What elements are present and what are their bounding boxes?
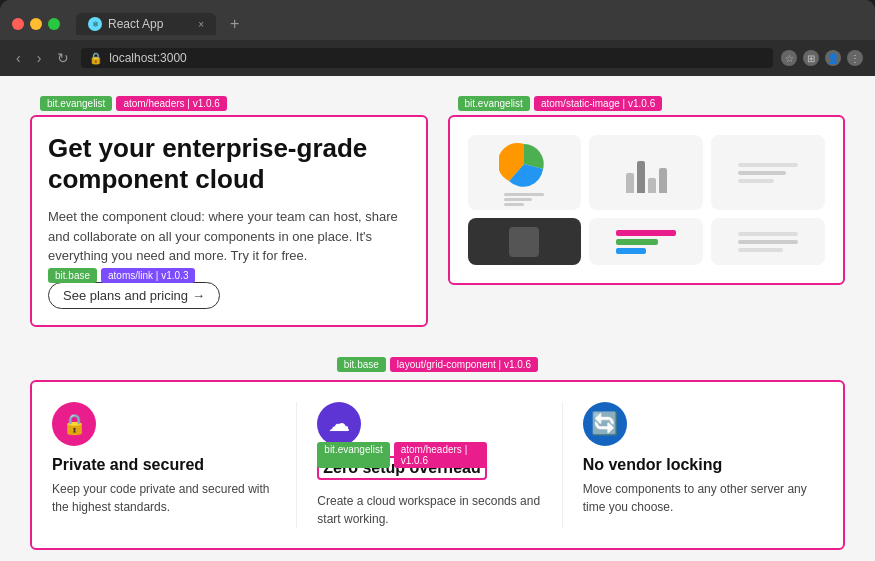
feature-private: 🔒 Private and secured Keep your code pri… — [52, 402, 292, 528]
atom-headers-badge-hero: atom/headers | v1.0.6 — [116, 96, 227, 111]
feature-zero-setup: ☁ bit.evangelist atom/headers | v1.0.6 Z… — [301, 402, 557, 528]
mock-card-5 — [589, 218, 703, 265]
tab-title: React App — [108, 17, 163, 31]
reload-button[interactable]: ↻ — [53, 48, 73, 68]
feature-private-description: Keep your code private and secured with … — [52, 480, 276, 516]
star-icon[interactable]: ☆ — [781, 50, 797, 66]
forward-button[interactable]: › — [33, 48, 46, 68]
feature-private-title: Private and secured — [52, 456, 276, 474]
maximize-button[interactable] — [48, 18, 60, 30]
cta-label: See plans and pricing — [63, 288, 188, 303]
address-bar: ‹ › ↻ 🔒 localhost:3000 ☆ ⊞ 👤 ⋮ — [0, 40, 875, 76]
active-tab[interactable]: ⚛ React App × — [76, 13, 216, 35]
feature-divider-2 — [562, 402, 563, 528]
close-button[interactable] — [12, 18, 24, 30]
tab-bar: ⚛ React App × + — [0, 0, 875, 40]
layout-grid-badge: layout/grid-component | v1.0.6 — [390, 357, 538, 372]
hero-image — [448, 115, 846, 285]
address-input[interactable]: 🔒 localhost:3000 — [81, 48, 773, 68]
hero-box: Get your enterprise-grade component clou… — [30, 115, 428, 327]
page-content: bit.evangelist atom/headers | v1.0.6 Get… — [0, 76, 875, 561]
sync-feature-icon: 🔄 — [583, 402, 627, 446]
hero-left: bit.evangelist atom/headers | v1.0.6 Get… — [30, 96, 428, 327]
extension-icon[interactable]: ⊞ — [803, 50, 819, 66]
features-section: bit.base layout/grid-component | v1.0.6 … — [30, 357, 845, 550]
atom-static-image-badge: atom/static-image | v1.0.6 — [534, 96, 662, 111]
bit-evangelist-badge-hero: bit.evangelist — [40, 96, 112, 111]
feature-vendor-description: Move components to any other server any … — [583, 480, 807, 516]
hero-right: bit.evangelist atom/static-image | v1.0.… — [448, 96, 846, 327]
profile-icon[interactable]: 👤 — [825, 50, 841, 66]
top-section: bit.evangelist atom/headers | v1.0.6 Get… — [30, 96, 845, 327]
browser-window: ⚛ React App × + ‹ › ↻ 🔒 localhost:3000 ☆… — [0, 0, 875, 561]
mock-card-2 — [589, 135, 703, 210]
see-plans-link[interactable]: See plans and pricing → — [48, 282, 220, 309]
hero-description: Meet the component cloud: where your tea… — [48, 207, 410, 266]
atoms-link-badge: atoms/link | v1.0.3 — [101, 268, 195, 283]
mock-card-3 — [711, 135, 825, 210]
feature-vendor-title: No vendor locking — [583, 456, 807, 474]
feature-zero-description: Create a cloud workspace in seconds and … — [317, 492, 541, 528]
features-box: 🔒 Private and secured Keep your code pri… — [30, 380, 845, 550]
cta-arrow: → — [192, 288, 205, 303]
feature-divider-1 — [296, 402, 297, 528]
lock-icon: 🔒 — [89, 52, 103, 65]
mock-ui — [450, 117, 844, 283]
pie-chart-icon — [499, 139, 549, 189]
new-tab-button[interactable]: + — [224, 13, 245, 35]
mock-card-6 — [711, 218, 825, 265]
traffic-lights — [12, 18, 60, 30]
bit-evangelist-badge-image: bit.evangelist — [458, 96, 530, 111]
features-header-badges: bit.base layout/grid-component | v1.0.6 — [30, 357, 845, 372]
bit-base-badge: bit.base — [48, 268, 97, 283]
hero-title: Get your enterprise-grade component clou… — [48, 133, 410, 195]
tab-close-button[interactable]: × — [198, 19, 204, 30]
url-text: localhost:3000 — [109, 51, 186, 65]
feature-no-vendor: 🔄 No vendor locking Move components to a… — [567, 402, 823, 528]
atom-headers-badge-feature: atom/headers | v1.0.6 — [394, 442, 487, 468]
bit-evangelist-badge-feature: bit.evangelist — [317, 442, 389, 468]
menu-icon[interactable]: ⋮ — [847, 50, 863, 66]
back-button[interactable]: ‹ — [12, 48, 25, 68]
lock-feature-icon: 🔒 — [52, 402, 96, 446]
browser-toolbar: ☆ ⊞ 👤 ⋮ — [781, 50, 863, 66]
mock-card-4 — [468, 218, 582, 265]
bit-base-badge-features: bit.base — [337, 357, 386, 372]
minimize-button[interactable] — [30, 18, 42, 30]
cloud-feature-icon: ☁ — [317, 402, 361, 446]
mock-card-1 — [468, 135, 582, 210]
react-icon: ⚛ — [88, 17, 102, 31]
